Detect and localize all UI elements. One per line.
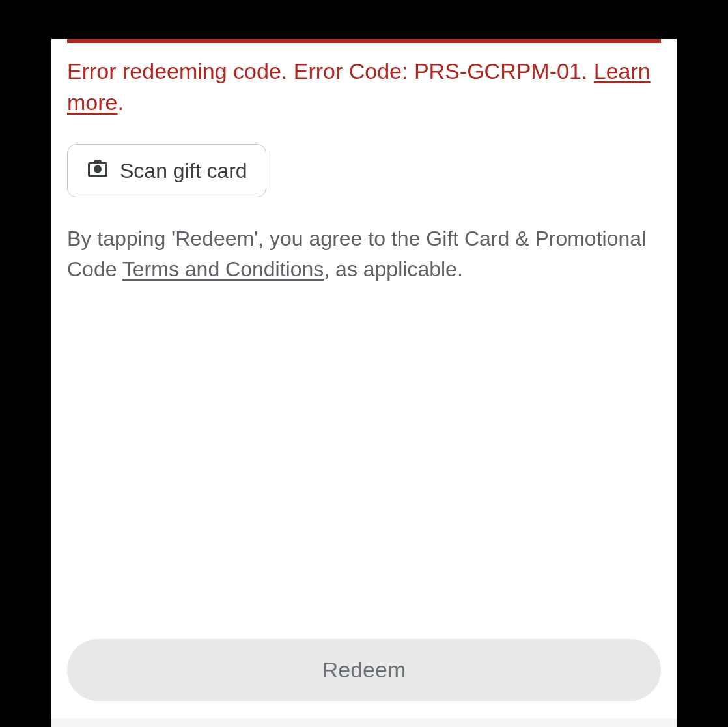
- error-message: Error redeeming code. Error Code: PRS-GC…: [67, 56, 661, 118]
- scan-button-label: Scan gift card: [120, 159, 247, 183]
- error-underline: [67, 39, 661, 43]
- redeem-panel: Error redeeming code. Error Code: PRS-GC…: [51, 39, 677, 727]
- redeem-button[interactable]: Redeem: [67, 639, 661, 701]
- camera-icon: [86, 156, 109, 185]
- bottom-strip: [51, 718, 677, 727]
- error-text: Error redeeming code. Error Code: PRS-GC…: [67, 59, 594, 83]
- error-suffix: .: [117, 90, 123, 115]
- terms-text: By tapping 'Redeem', you agree to the Gi…: [67, 223, 661, 284]
- terms-and-conditions-link[interactable]: Terms and Conditions: [122, 257, 324, 281]
- terms-suffix: , as applicable.: [324, 257, 462, 281]
- scan-gift-card-button[interactable]: Scan gift card: [67, 144, 266, 197]
- svg-point-1: [95, 166, 101, 172]
